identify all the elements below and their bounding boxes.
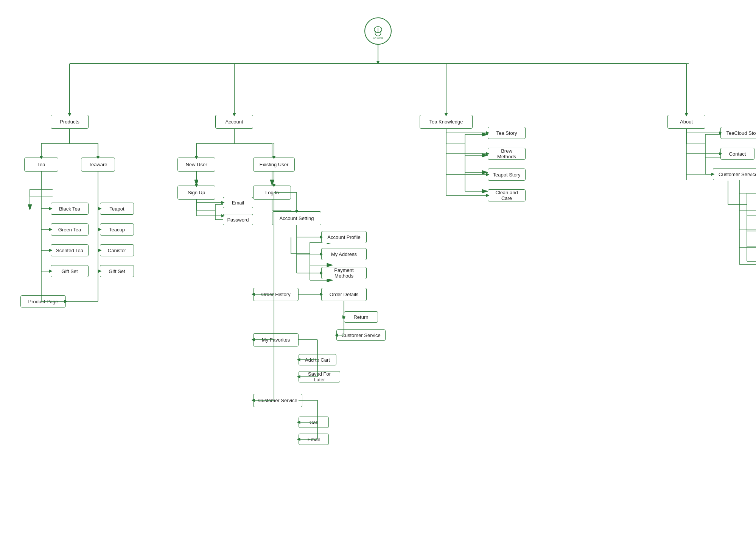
account-profile-node: Account Profile bbox=[321, 231, 367, 243]
add-to-cart-node: Add to Cart bbox=[299, 354, 336, 365]
green-tea-label: Green Tea bbox=[58, 227, 81, 233]
about-node: About bbox=[667, 115, 705, 129]
customer-services-about-label: Customer Services bbox=[719, 172, 756, 177]
black-tea-node: Black Tea bbox=[51, 203, 89, 215]
teapot-node: Teapot bbox=[100, 203, 134, 215]
clean-and-care-label: Clean and Care bbox=[491, 190, 522, 201]
my-favorites-node: My Favorites bbox=[253, 333, 299, 346]
call-label: Call bbox=[310, 420, 318, 425]
order-history-label: Order History bbox=[261, 292, 290, 297]
saved-for-later-node: Saved For Later bbox=[299, 371, 340, 382]
return-label: Return bbox=[353, 314, 368, 320]
payment-methods-node: Payment Methods bbox=[321, 267, 367, 279]
svg-marker-54 bbox=[482, 153, 488, 157]
customer-service-account-label: Customer Service bbox=[258, 398, 297, 403]
email-account-node: Email bbox=[299, 434, 329, 445]
scented-tea-label: Scented Tea bbox=[56, 248, 83, 253]
account-profile-label: Account Profile bbox=[327, 234, 360, 240]
password-label: Password bbox=[227, 217, 249, 223]
svg-marker-57 bbox=[482, 170, 488, 174]
new-user-label: New User bbox=[185, 162, 207, 167]
sitemap-canvas: ELA CLOUD Products Account Tea Knowledge… bbox=[0, 0, 756, 554]
new-user-node: New User bbox=[177, 158, 215, 172]
teaware-node: Teaware bbox=[81, 158, 115, 172]
log-in-label: Log In bbox=[265, 190, 279, 195]
brew-methods-node: Brew Methods bbox=[488, 148, 526, 160]
contact-node: Contact bbox=[720, 148, 754, 160]
existing-user-label: Existing User bbox=[260, 162, 289, 167]
account-setting-node: Account Setting bbox=[272, 211, 321, 225]
svg-text:ELA CLOUD: ELA CLOUD bbox=[373, 37, 383, 39]
product-page-node: Product Page bbox=[20, 295, 66, 307]
logo-icon: ELA CLOUD bbox=[370, 23, 386, 39]
teacloud-story-label: TeaCloud Story bbox=[726, 130, 756, 136]
saved-for-later-label: Saved For Later bbox=[302, 371, 337, 382]
brew-methods-label: Brew Methods bbox=[491, 148, 522, 159]
tea-label: Tea bbox=[37, 162, 45, 167]
gift-set-tea-node: Gift Set bbox=[51, 265, 89, 277]
svg-marker-21 bbox=[194, 180, 198, 186]
teapot-story-node: Teapot Story bbox=[488, 169, 526, 181]
order-details-label: Order Details bbox=[330, 292, 359, 297]
clean-and-care-node: Clean and Care bbox=[488, 189, 526, 201]
svg-marker-60 bbox=[482, 189, 488, 193]
svg-marker-23 bbox=[270, 180, 274, 186]
about-label: About bbox=[680, 119, 693, 125]
order-details-node: Order Details bbox=[321, 288, 367, 301]
tea-knowledge-node: Tea Knowledge bbox=[420, 115, 473, 129]
product-page-label: Product Page bbox=[28, 299, 58, 304]
customer-service-order-label: Customer Service bbox=[341, 332, 380, 338]
email-account-label: Email bbox=[308, 437, 320, 442]
customer-services-about-node: Customer Services bbox=[713, 168, 756, 180]
products-label: Products bbox=[60, 119, 79, 125]
tea-story-label: Tea Story bbox=[496, 130, 517, 136]
canister-label: Canister bbox=[108, 248, 126, 253]
black-tea-label: Black Tea bbox=[59, 206, 80, 212]
teaware-label: Teaware bbox=[89, 162, 107, 167]
log-in-node: Log In bbox=[253, 186, 291, 200]
contact-label: Contact bbox=[729, 151, 746, 157]
password-node: Password bbox=[223, 214, 253, 225]
customer-service-account-node: Customer Service bbox=[253, 394, 302, 407]
order-history-node: Order History bbox=[253, 288, 299, 301]
call-node: Call bbox=[299, 417, 329, 428]
svg-marker-13 bbox=[28, 204, 32, 210]
payment-methods-label: Payment Methods bbox=[325, 267, 363, 279]
my-address-label: My Address bbox=[331, 251, 357, 257]
teacup-node: Teacup bbox=[100, 223, 134, 236]
account-label: Account bbox=[226, 119, 243, 125]
teapot-story-label: Teapot Story bbox=[493, 172, 521, 178]
green-tea-node: Green Tea bbox=[51, 223, 89, 236]
svg-marker-43 bbox=[327, 263, 333, 267]
gift-set-teaware-label: Gift Set bbox=[109, 268, 125, 274]
gift-set-tea-label: Gift Set bbox=[61, 268, 78, 274]
my-address-node: My Address bbox=[321, 248, 367, 260]
teapot-label: Teapot bbox=[109, 206, 124, 212]
customer-service-order-node: Customer Service bbox=[336, 329, 386, 341]
teacloud-story-node: TeaCloud Story bbox=[720, 127, 756, 139]
tea-node: Tea bbox=[24, 158, 58, 172]
return-node: Return bbox=[344, 311, 378, 323]
scented-tea-node: Scented Tea bbox=[51, 244, 89, 256]
teacup-label: Teacup bbox=[109, 227, 125, 233]
add-to-cart-label: Add to Cart bbox=[305, 357, 330, 363]
existing-user-node: Existing User bbox=[253, 158, 295, 172]
my-favorites-label: My Favorites bbox=[262, 337, 290, 343]
sign-up-label: Sign Up bbox=[188, 190, 205, 195]
tea-knowledge-label: Tea Knowledge bbox=[429, 119, 463, 125]
products-node: Products bbox=[51, 115, 89, 129]
logo-node: ELA CLOUD bbox=[364, 17, 392, 45]
sign-up-node: Sign Up bbox=[177, 186, 215, 200]
account-setting-label: Account Setting bbox=[279, 215, 314, 221]
canister-node: Canister bbox=[100, 244, 134, 256]
gift-set-teaware-node: Gift Set bbox=[100, 265, 134, 277]
email-signup-label: Email bbox=[232, 200, 244, 206]
tea-story-node: Tea Story bbox=[488, 127, 526, 139]
svg-marker-51 bbox=[482, 133, 488, 136]
email-signup-node: Email bbox=[223, 197, 253, 208]
account-node: Account bbox=[215, 115, 253, 129]
